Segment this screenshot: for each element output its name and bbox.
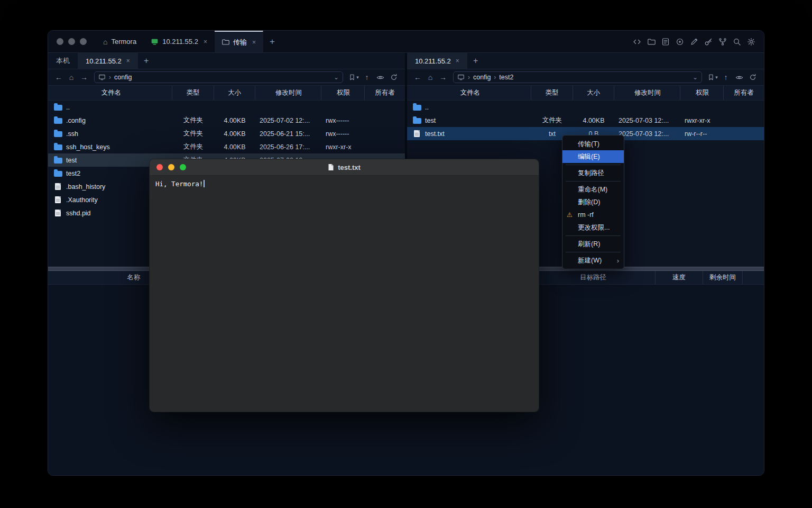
file-mtime [255, 101, 321, 114]
minimize-window-button[interactable] [68, 38, 75, 45]
edit-pencil-icon[interactable] [690, 38, 698, 46]
fork-icon[interactable] [718, 38, 727, 46]
transfer-column-speed[interactable]: 速度 [656, 271, 703, 284]
search-icon[interactable] [733, 38, 741, 46]
table-row[interactable]: test 文件夹 4.00KB 2025-07-03 12:... rwxr-x… [407, 114, 764, 127]
table-row[interactable]: .. [48, 101, 405, 114]
folder-icon [54, 171, 62, 177]
menu-item-copy-path[interactable]: 复制路径 [562, 167, 624, 179]
back-button[interactable]: ← [53, 74, 64, 81]
breadcrumb-segment[interactable]: test2 [499, 74, 513, 81]
menu-item-transfer[interactable]: 传输(T) [562, 138, 624, 150]
column-header-type[interactable]: 类型 [172, 86, 214, 100]
tab-local-machine[interactable]: 本机 [48, 53, 78, 69]
column-header-mtime[interactable]: 修改时间 [255, 86, 321, 100]
file-name: .. [425, 104, 429, 111]
forward-button[interactable]: → [437, 74, 449, 81]
editor-titlebar[interactable]: test.txt [150, 159, 539, 176]
close-window-button[interactable] [156, 164, 163, 170]
zoom-window-button[interactable] [80, 38, 87, 45]
column-header-mtime[interactable]: 修改时间 [614, 86, 680, 100]
menu-item-rm-rf[interactable]: ⚠ rm -rf [562, 208, 624, 221]
record-icon[interactable] [676, 38, 684, 46]
close-window-button[interactable] [57, 38, 63, 45]
column-header-type[interactable]: 类型 [531, 86, 573, 100]
desktop-background: ⌂ Termora 10.211.55.2 × 传输 × + [0, 0, 812, 508]
log-icon[interactable] [661, 38, 670, 46]
minimize-window-button[interactable] [168, 164, 174, 170]
parent-directory-button[interactable]: ↑ [361, 74, 373, 81]
settings-gear-icon[interactable] [747, 38, 755, 46]
bookmark-dropdown-icon[interactable]: ▾ [715, 75, 718, 80]
menu-item-chmod[interactable]: 更改权限... [562, 221, 624, 234]
back-button[interactable]: ← [412, 74, 423, 81]
parent-directory-button[interactable]: ↑ [720, 74, 732, 81]
file-perm [680, 101, 724, 114]
file-size [214, 101, 255, 114]
menu-item-delete[interactable]: 删除(D) [562, 196, 624, 208]
breadcrumb-segment[interactable]: config [114, 74, 132, 81]
tab-host-session[interactable]: 10.211.55.2 × [144, 31, 215, 52]
table-row[interactable]: .ssh 文件夹 4.00KB 2025-06-21 15:... rwx---… [48, 127, 405, 140]
close-tab-icon[interactable]: × [252, 39, 256, 46]
column-header-name[interactable]: 文件名 [48, 86, 172, 100]
file-type [531, 101, 573, 114]
folder-icon[interactable] [647, 38, 656, 46]
home-button[interactable]: ⌂ [425, 74, 436, 81]
transfer-column-target[interactable]: 目标路径 [531, 271, 656, 284]
column-header-owner[interactable]: 所有者 [724, 86, 764, 100]
menu-item-label: 新建(W) [578, 256, 602, 265]
menu-item-refresh[interactable]: 刷新(R) [562, 238, 624, 250]
column-header-perm[interactable]: 权限 [321, 86, 365, 100]
editor-window-controls [150, 164, 186, 170]
file-name: .ssh [66, 130, 78, 138]
folder-icon [54, 131, 62, 137]
chevron-down-icon[interactable]: ⌄ [334, 74, 339, 81]
add-panel-tab-button[interactable]: + [138, 53, 155, 69]
tab-label: 10.211.55.2 [415, 57, 451, 65]
column-header-size[interactable]: 大小 [573, 86, 614, 100]
column-header-perm[interactable]: 权限 [680, 86, 724, 100]
table-row[interactable]: ssh_host_keys 文件夹 4.00KB 2025-06-26 17:.… [48, 140, 405, 153]
bookmark-button[interactable]: ▾ [706, 74, 719, 81]
tab-transfer[interactable]: 传输 × [215, 31, 263, 52]
macro-code-icon[interactable] [633, 38, 641, 46]
table-row[interactable]: .. [407, 101, 764, 114]
file-type: 文件夹 [172, 127, 214, 140]
add-panel-tab-button[interactable]: + [467, 53, 484, 69]
table-row[interactable]: .config 文件夹 4.00KB 2025-07-02 12:... rwx… [48, 114, 405, 127]
menu-item-rename[interactable]: 重命名(M) [562, 183, 624, 196]
file-name: .. [66, 104, 70, 111]
column-header-size[interactable]: 大小 [214, 86, 255, 100]
forward-button[interactable]: → [78, 74, 90, 81]
file-name: ssh_host_keys [66, 143, 110, 151]
path-breadcrumb[interactable]: › config ⌄ [94, 71, 343, 83]
tab-remote-host[interactable]: 10.211.55.2 × [407, 53, 467, 69]
refresh-button[interactable] [387, 74, 400, 81]
breadcrumb-segment[interactable]: config [473, 74, 491, 81]
transfer-column-remaining[interactable]: 剩余时间 [703, 271, 743, 284]
editor-content[interactable]: Hi, Termora! [150, 176, 539, 412]
chevron-down-icon[interactable]: ⌄ [693, 74, 698, 81]
close-tab-icon[interactable]: × [456, 57, 459, 65]
new-tab-button[interactable]: + [263, 31, 281, 52]
menu-item-new[interactable]: 新建(W) › [562, 254, 624, 267]
refresh-button[interactable] [746, 74, 759, 81]
key-icon[interactable] [704, 38, 713, 46]
zoom-window-button[interactable] [180, 164, 186, 170]
column-header-owner[interactable]: 所有者 [365, 86, 405, 100]
close-tab-icon[interactable]: × [126, 57, 130, 65]
show-hidden-eye-button[interactable] [733, 74, 745, 81]
menu-item-edit[interactable]: 编辑(E) [562, 150, 624, 163]
bookmark-dropdown-icon[interactable]: ▾ [356, 75, 359, 80]
bookmark-button[interactable]: ▾ [347, 74, 360, 81]
file-name: .Xauthority [66, 196, 98, 204]
file-icon [55, 183, 61, 190]
close-tab-icon[interactable]: × [204, 38, 207, 46]
path-breadcrumb[interactable]: › config › test2 ⌄ [453, 71, 702, 83]
show-hidden-eye-button[interactable] [374, 74, 386, 81]
column-header-name[interactable]: 文件名 [407, 86, 531, 100]
tab-termora[interactable]: ⌂ Termora [96, 31, 144, 52]
tab-remote-host[interactable]: 10.211.55.2 × [78, 53, 138, 69]
home-button[interactable]: ⌂ [66, 74, 77, 81]
